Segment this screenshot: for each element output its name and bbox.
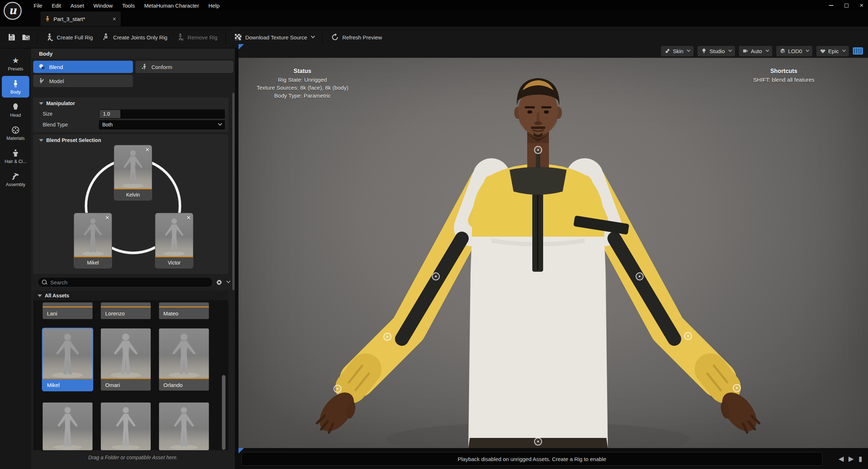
remove-preset-icon[interactable]: ✕ [105,215,109,221]
refresh-icon [331,33,339,42]
mode-buttons: Blend Conform Model [33,60,233,96]
asset-card[interactable] [43,403,93,450]
lighting-studio-dropdown[interactable]: Studio [697,46,735,56]
search-box[interactable] [38,277,213,287]
download-texture-source-label: Download Texture Source [245,34,308,40]
texture-resolution-auto-dropdown[interactable]: Auto [739,46,772,56]
create-full-rig-button[interactable]: Create Full Rig [41,30,97,44]
previous-frame-icon[interactable]: ◀ [838,455,844,463]
tab-title: Part_3_start* [53,16,109,22]
asset-name: Omari [101,379,151,391]
menu-file[interactable]: File [29,1,47,10]
asset-card-orlando[interactable]: Orlando [159,328,209,391]
asset-thumbnail [159,302,209,307]
size-value: 1.0 [103,111,110,117]
playback-bar: Playback disabled on unrigged Assets. Cr… [239,448,868,469]
download-texture-source-button[interactable]: Download Texture Source [229,30,319,44]
remove-rig-icon [176,33,185,42]
preset-slot-victor[interactable]: ✕ Victor [155,213,193,268]
tab-part-3-start[interactable]: Part_3_start* ✕ [40,12,121,26]
blend-mode-button[interactable]: Blend [33,61,133,73]
menu-window[interactable]: Window [89,1,117,10]
viewport-3d-canvas[interactable]: Status Rig State: Unrigged Texture Sourc… [239,58,868,448]
maximize-button[interactable] [843,3,849,8]
character-head [510,78,567,195]
save-icon [7,33,16,42]
blend-type-select[interactable]: Both [99,120,225,129]
create-joints-only-rig-label: Create Joints Only Rig [113,34,167,40]
menu-edit[interactable]: Edit [47,1,66,10]
remove-preset-icon[interactable]: ✕ [186,215,191,221]
figure-thumbnail-male [101,328,151,379]
size-input[interactable]: 1.0 [99,109,225,119]
create-full-rig-label: Create Full Rig [57,34,93,40]
remove-rig-button[interactable]: Remove Rig [172,30,222,44]
sidebar-item-presets[interactable]: ★ Presets [2,53,29,74]
menu-metahuman-character[interactable]: MetaHuman Character [139,1,204,10]
sidebar-item-body[interactable]: Body [2,76,29,98]
skin-label: Skin [673,48,683,54]
save-button[interactable] [4,30,19,44]
refresh-preview-label: Refresh Preview [342,34,382,40]
conform-mode-button[interactable]: Conform [136,61,233,73]
preset-slot-mikel[interactable]: ✕ Mikel [74,213,112,268]
sidebar-label: Presets [3,66,29,72]
panel-scrollbar[interactable] [232,93,235,290]
menu-asset[interactable]: Asset [66,1,89,10]
chevron-down-icon[interactable] [226,279,230,283]
model-sculpt-icon [38,77,46,85]
model-mode-button[interactable]: Model [33,75,133,87]
collapse-caret-icon[interactable] [38,294,42,297]
sidebar-item-assembly[interactable]: Assembly [2,168,29,190]
figure-thumbnail-female [101,403,151,450]
character-preview[interactable] [239,58,868,448]
clothing-shirt-icon [3,149,29,158]
asset-card-omari[interactable]: Omari [101,328,151,391]
keyboard-shortcuts-icon[interactable] [853,47,863,55]
end-frame-icon[interactable]: ▮ [859,455,862,463]
asset-thumbnail [101,328,151,379]
tab-close-icon[interactable]: ✕ [112,16,116,22]
close-button[interactable]: ✕ [859,3,864,8]
asset-card-lani[interactable]: Lani [43,302,93,319]
lightbulb-icon [701,48,707,54]
assets-grid: Lani Lorenzo Mateo [33,300,228,450]
asset-search-row [38,277,230,288]
minimize-button[interactable] [828,3,834,8]
sidebar-item-materials[interactable]: Materials [2,122,29,144]
preset-slot-kelvin[interactable]: ✕ Kelvin [114,145,152,200]
asset-card-mikel[interactable]: Mikel [43,328,93,391]
viewport-focus-corner [239,44,244,50]
size-row: Size 1.0 [33,108,228,119]
settings-gear-icon[interactable] [216,279,223,286]
sidebar-item-hair-clothing[interactable]: Hair & Cl... [2,145,29,167]
right-arm [585,177,764,441]
sidebar-item-head[interactable]: Head [2,99,29,121]
assets-scrollbar[interactable] [222,375,225,450]
asset-card[interactable] [159,403,209,450]
all-assets-title: All Assets [45,293,69,298]
quality-epic-dropdown[interactable]: Epic [816,46,849,56]
collapse-caret-icon[interactable] [39,102,43,105]
asset-card-lorenzo[interactable]: Lorenzo [101,302,151,319]
sidebar-label: Materials [3,136,29,141]
menu-help[interactable]: Help [204,1,224,10]
toolbar-separator [225,30,226,44]
asset-name: Lorenzo [101,307,151,319]
joints-rig-icon [102,33,110,42]
next-frame-icon[interactable]: ▶ [848,455,854,463]
search-input[interactable] [50,279,209,285]
asset-card-mateo[interactable]: Mateo [159,302,209,319]
asset-card[interactable] [101,403,151,450]
browse-asset-button[interactable] [19,30,33,44]
timeline-track[interactable]: Playback disabled on unrigged Assets. Cr… [241,452,822,466]
skin-dropdown[interactable]: Skin [661,46,693,56]
asset-name: Lani [43,307,93,319]
menu-tools[interactable]: Tools [117,1,139,10]
lod-dropdown[interactable]: LOD0 [776,46,812,56]
remove-preset-icon[interactable]: ✕ [145,147,150,153]
refresh-preview-button[interactable]: Refresh Preview [326,30,386,44]
create-joints-only-rig-button[interactable]: Create Joints Only Rig [97,30,172,44]
gizmo-marker [384,333,391,340]
gizmo-marker [534,146,542,154]
